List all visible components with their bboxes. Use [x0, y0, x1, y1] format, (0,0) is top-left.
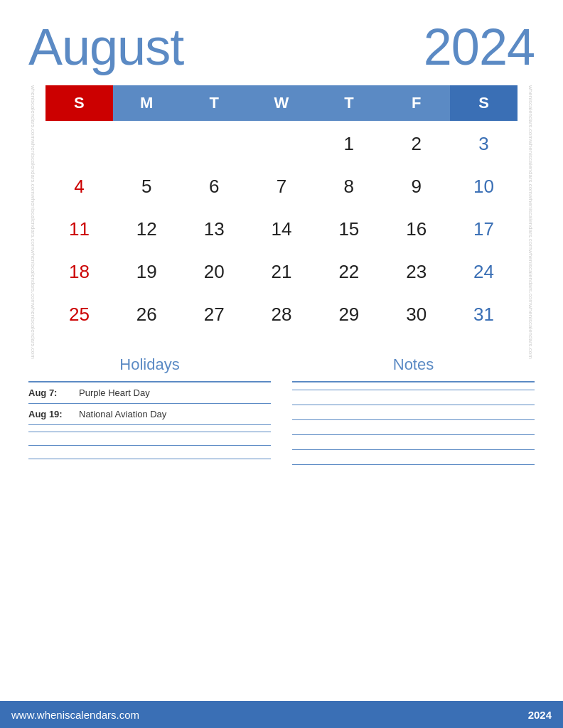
- note-line-2: [292, 405, 535, 405]
- calendar-header: August 2024: [28, 21, 535, 73]
- footer: www.wheniscalendars.com 2024: [0, 701, 563, 728]
- week-label-r5: wheniscalendars.com: [527, 304, 533, 359]
- week-label-2: wheniscalendars.com: [30, 140, 36, 195]
- holiday-item-2: Aug 19: National Aviation Day: [28, 404, 271, 425]
- notes-title: Notes: [292, 355, 535, 374]
- header-saturday: S: [450, 85, 518, 121]
- day-headers: S M T W T F S: [45, 85, 518, 121]
- day-cell: 25: [45, 291, 113, 334]
- day-cell: 10: [450, 164, 518, 206]
- day-cell: 11: [45, 206, 113, 249]
- month-title: August: [28, 21, 183, 73]
- calendar-grid: S M T W T F S 12345678910111213141516171…: [45, 85, 518, 334]
- note-line-5: [292, 449, 535, 450]
- week-label-r2: wheniscalendars.com: [527, 140, 533, 195]
- week-labels-right: wheniscalendars.com wheniscalendars.com …: [527, 85, 533, 334]
- header-thursday: T: [315, 85, 382, 121]
- week-label-3: wheniscalendars.com: [30, 195, 36, 250]
- calendar-page: August 2024 wheniscalendars.com whenisca…: [0, 0, 563, 728]
- day-cell: 30: [382, 291, 450, 334]
- header-wednesday: W: [248, 85, 316, 121]
- day-cell: 29: [315, 291, 382, 334]
- day-cell: 23: [382, 249, 450, 291]
- empty-line-2: [28, 445, 271, 446]
- week-labels-left: wheniscalendars.com wheniscalendars.com …: [30, 85, 36, 334]
- holiday-name-1: Purple Heart Day: [79, 387, 150, 398]
- day-cell: [113, 121, 181, 164]
- day-cell: 19: [113, 249, 181, 291]
- holidays-title: Holidays: [28, 355, 271, 374]
- calendar-body: 1234567891011121314151617181920212223242…: [45, 121, 518, 334]
- holidays-section: Holidays Aug 7: Purple Heart Day Aug 19:…: [28, 355, 271, 694]
- day-cell: 13: [181, 206, 248, 249]
- day-cell: 24: [450, 249, 518, 291]
- day-cell: [45, 121, 113, 164]
- holiday-name-2: National Aviation Day: [79, 409, 166, 419]
- day-cell: 20: [181, 249, 248, 291]
- footer-url: www.wheniscalendars.com: [11, 709, 139, 721]
- day-cell: 27: [181, 291, 248, 334]
- note-line-3: [292, 419, 535, 420]
- week-label-1: wheniscalendars.com: [30, 85, 36, 140]
- day-cell: 1: [315, 121, 382, 164]
- note-line-1: [292, 390, 535, 390]
- week-label-4: wheniscalendars.com: [30, 250, 36, 304]
- day-cell: 31: [450, 291, 518, 334]
- holiday-item-1: Aug 7: Purple Heart Day: [28, 382, 271, 404]
- header-monday: M: [113, 85, 181, 121]
- day-cell: [181, 121, 248, 164]
- notes-top-line: [292, 381, 535, 382]
- note-line-6: [292, 464, 535, 465]
- week-label-r1: wheniscalendars.com: [527, 85, 533, 140]
- day-cell: 9: [382, 164, 450, 206]
- day-cell: 7: [248, 164, 316, 206]
- header-tuesday: T: [181, 85, 248, 121]
- day-cell: 22: [315, 249, 382, 291]
- header-friday: F: [382, 85, 450, 121]
- empty-line-1: [28, 432, 271, 432]
- day-cell: 14: [248, 206, 316, 249]
- notes-section: Notes: [292, 355, 535, 694]
- empty-line-3: [28, 459, 271, 459]
- day-cell: 16: [382, 206, 450, 249]
- calendar-wrapper: wheniscalendars.com wheniscalendars.com …: [45, 85, 518, 334]
- day-cell: 21: [248, 249, 316, 291]
- year-title: 2024: [424, 21, 535, 73]
- day-cell: 17: [450, 206, 518, 249]
- holiday-date-1: Aug 7:: [28, 387, 68, 398]
- day-cell: 26: [113, 291, 181, 334]
- note-line-4: [292, 434, 535, 435]
- day-cell: [248, 121, 316, 164]
- holiday-date-2: Aug 19:: [28, 409, 68, 419]
- week-label-5: wheniscalendars.com: [30, 304, 36, 359]
- week-label-r4: wheniscalendars.com: [527, 250, 533, 304]
- day-cell: 8: [315, 164, 382, 206]
- day-cell: 12: [113, 206, 181, 249]
- day-cell: 6: [181, 164, 248, 206]
- day-cell: 5: [113, 164, 181, 206]
- day-cell: 15: [315, 206, 382, 249]
- header-sunday: S: [45, 85, 113, 121]
- week-label-r3: wheniscalendars.com: [527, 195, 533, 250]
- day-cell: 3: [450, 121, 518, 164]
- footer-year: 2024: [528, 709, 552, 721]
- day-cell: 4: [45, 164, 113, 206]
- day-cell: 18: [45, 249, 113, 291]
- day-cell: 28: [248, 291, 316, 334]
- day-cell: 2: [382, 121, 450, 164]
- bottom-section: Holidays Aug 7: Purple Heart Day Aug 19:…: [28, 355, 535, 701]
